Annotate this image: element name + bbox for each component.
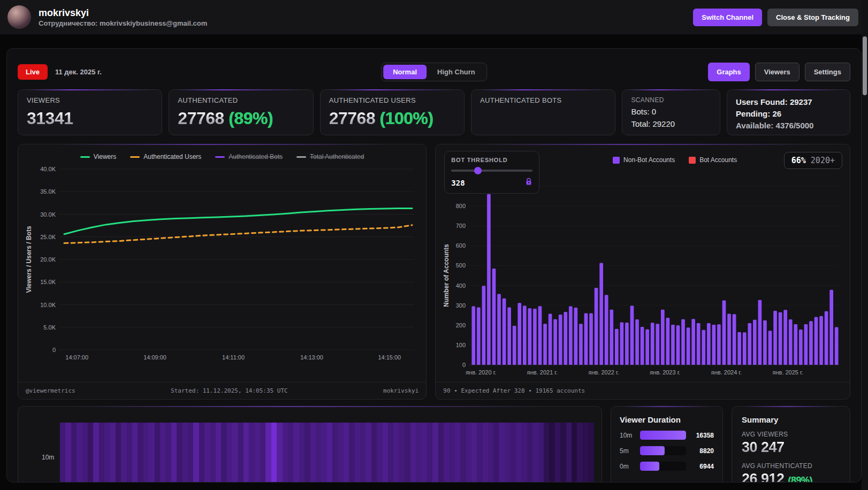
heatmap-stripe <box>566 423 572 483</box>
account-bar <box>773 311 777 365</box>
heatmap-stripe <box>121 423 126 483</box>
mode-normal-button[interactable]: Normal <box>383 65 427 79</box>
heatmap-stripe <box>143 423 149 483</box>
bar-chart-legend: Non-Bot AccountsBot Accounts <box>580 156 770 164</box>
heatmap-stripe <box>432 423 438 483</box>
account-bar <box>819 316 823 365</box>
avg-viewers-value: 30 247 <box>742 439 840 456</box>
heatmap-stripe <box>171 423 177 483</box>
account-bar <box>554 319 558 365</box>
toolbar: Live 11 дек. 2025 г. Normal High Churn G… <box>18 63 850 81</box>
slider-track[interactable] <box>451 170 532 172</box>
authenticated-users-card-label: AUTHENTICATED USERS <box>329 96 455 104</box>
svg-text:800: 800 <box>456 203 466 209</box>
duration-label: 10m <box>620 432 636 439</box>
heatmap-stripe <box>160 423 165 483</box>
heatmap-row-label: 10m <box>42 454 54 461</box>
heatmap-stripe <box>260 423 265 483</box>
account-bar <box>676 325 680 365</box>
lock-icon[interactable] <box>525 178 532 188</box>
account-bar <box>635 319 639 365</box>
avatar[interactable] <box>7 5 31 29</box>
heatmap-stripe <box>449 423 454 483</box>
svg-text:Viewers / Users / Bots: Viewers / Users / Bots <box>25 226 33 293</box>
account-bar <box>666 318 670 365</box>
account-bar <box>543 324 547 365</box>
channel-info: mokrivskyi Сотрудничество: mokrivskiybus… <box>7 5 207 29</box>
svg-text:0: 0 <box>52 347 56 353</box>
legend-item-non-bot-accounts[interactable]: Non-Bot Accounts <box>613 156 675 164</box>
footer-channel-name: mokrivskyi <box>383 387 418 394</box>
svg-text:14:11:00: 14:11:00 <box>222 354 245 361</box>
account-bar <box>569 307 573 365</box>
bottom-row: 10m Viewer Duration 10m163585m88200m6944… <box>18 406 850 483</box>
account-bar <box>492 269 496 365</box>
mode-toggle: Normal High Churn <box>381 63 487 81</box>
duration-row-10m: 10m16358 <box>620 431 714 440</box>
scrollbar-thumb[interactable] <box>863 36 867 95</box>
account-bar <box>630 305 634 365</box>
account-bar <box>625 323 629 365</box>
account-bar <box>564 312 568 365</box>
channel-name: mokrivskyi <box>39 7 207 19</box>
slider-thumb[interactable] <box>474 167 482 174</box>
legend-item-authenticated-bots[interactable]: Authenticated Bots <box>215 153 283 160</box>
account-bar <box>758 300 762 365</box>
legend-item-bot-accounts[interactable]: Bot Accounts <box>689 156 737 164</box>
account-bar <box>518 303 522 365</box>
channel-meta: mokrivskyi Сотрудничество: mokrivskiybus… <box>39 7 207 27</box>
tab-viewers[interactable]: Viewers <box>755 63 800 81</box>
heatmap-stripe <box>366 423 371 483</box>
heatmap-stripe <box>421 423 427 483</box>
account-bar <box>656 324 660 365</box>
accounts-chart-panel: BOT THRESHOLD 328 <box>435 144 850 400</box>
account-bar <box>743 332 747 365</box>
account-bar <box>584 313 588 365</box>
tab-settings[interactable]: Settings <box>805 63 850 81</box>
heatmap-stripe <box>316 423 321 483</box>
svg-text:янв. 2021 г.: янв. 2021 г. <box>527 369 558 376</box>
heatmap-stripe <box>460 423 466 483</box>
svg-text:500: 500 <box>456 262 466 269</box>
heatmap-stripe <box>332 423 338 483</box>
account-bar <box>671 325 675 365</box>
mode-high-churn-button[interactable]: High Churn <box>428 65 485 79</box>
account-bar <box>610 310 614 365</box>
heatmap-stripe <box>293 423 299 483</box>
live-badge: Live <box>18 64 48 80</box>
scanned-card: SCANNED Bots: 0 Total: 29220 <box>622 89 720 135</box>
tab-graphs[interactable]: Graphs <box>708 63 750 81</box>
legend-item-authenticated-users[interactable]: Authenticated Users <box>130 153 201 160</box>
legend-item-total-authenticated[interactable]: Total Authenticated <box>296 153 364 160</box>
account-bar <box>809 321 813 365</box>
avg-authenticated-value: 26 912 (89%) <box>742 471 840 483</box>
account-bar <box>651 323 654 365</box>
heatmap-stripe <box>188 423 193 483</box>
heatmap-stripe <box>583 423 588 483</box>
switch-channel-button[interactable]: Switch Channel <box>693 9 762 26</box>
svg-text:14:13:00: 14:13:00 <box>300 354 323 361</box>
account-bar <box>748 323 752 365</box>
account-bar <box>779 312 782 365</box>
stream-date: 11 дек. 2025 г. <box>55 68 102 76</box>
viewers-card-label: VIEWERS <box>27 96 153 104</box>
legend-item-viewers[interactable]: Viewers <box>80 153 116 160</box>
account-bar <box>472 307 476 365</box>
account-bar <box>687 327 690 365</box>
close-stop-tracking-button[interactable]: Close & Stop Tracking <box>767 9 858 26</box>
heatmap-stripe <box>155 423 160 483</box>
account-bar <box>549 314 552 365</box>
page-scrollbar[interactable] <box>862 0 868 490</box>
summary-panel: Summary AVG VIEWERS 30 247 AVG AUTHENTIC… <box>732 406 850 483</box>
heatmap-stripe <box>393 423 399 483</box>
svg-text:14:07:00: 14:07:00 <box>65 354 88 361</box>
account-bar <box>733 314 736 365</box>
heatmap-stripe <box>377 423 382 483</box>
account-bar <box>661 310 665 365</box>
account-bar <box>814 317 818 365</box>
scanned-card-label: SCANNED <box>631 96 711 104</box>
heatmap-stripe <box>304 423 310 483</box>
heatmap-stripe <box>88 423 93 483</box>
account-bar <box>722 300 726 365</box>
bot-threshold-slider[interactable] <box>451 167 532 174</box>
